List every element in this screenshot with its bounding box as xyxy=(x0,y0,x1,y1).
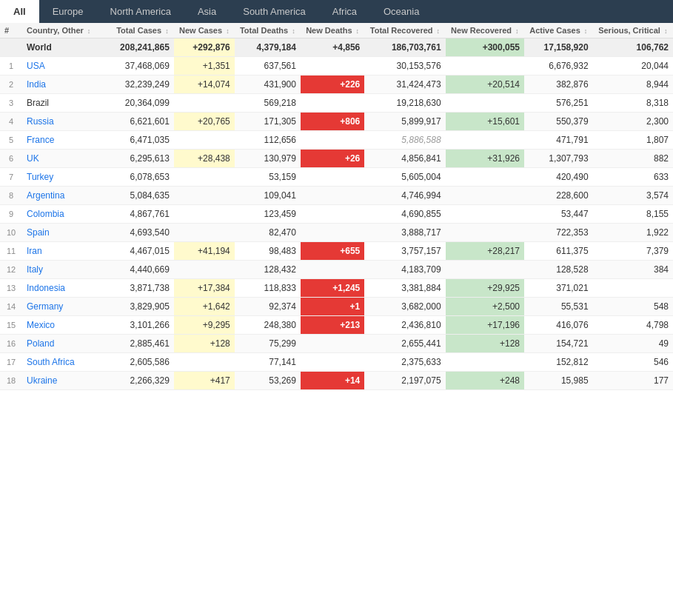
col-total-cases[interactable]: Total Cases ↕ xyxy=(111,23,174,38)
row-total-cases: 5,084,635 xyxy=(111,187,174,205)
row-new-recovered: +17,196 xyxy=(446,316,524,335)
row-new-deaths xyxy=(301,131,364,150)
row-country: Russia xyxy=(22,113,111,131)
country-link[interactable]: France xyxy=(27,135,54,145)
row-serious: 20,044 xyxy=(593,57,673,76)
country-link[interactable]: Poland xyxy=(27,338,54,349)
table-row: 6 UK 6,295,613 +28,438 130,979 +26 4,856… xyxy=(0,150,673,168)
country-link[interactable]: UK xyxy=(27,153,39,164)
col-country[interactable]: Country, Other ↕ xyxy=(22,23,111,38)
country-link[interactable]: Iran xyxy=(27,246,42,256)
row-total-deaths: 118,833 xyxy=(235,279,301,298)
row-total-recovered: 5,886,588 xyxy=(364,131,445,150)
country-link[interactable]: India xyxy=(27,79,46,90)
col-new-deaths[interactable]: New Deaths ↕ xyxy=(301,23,364,38)
row-new-recovered: +28,217 xyxy=(446,242,524,261)
row-total-recovered: 3,757,157 xyxy=(364,242,445,261)
world-new-cases: +292,876 xyxy=(174,38,235,57)
row-new-deaths: +213 xyxy=(301,316,364,335)
row-country: Iran xyxy=(22,242,111,261)
row-country: UK xyxy=(22,150,111,168)
table-row: 18 Ukraine 2,266,329 +417 53,269 +14 2,1… xyxy=(0,372,673,390)
row-country: France xyxy=(22,131,111,150)
row-total-deaths: 123,459 xyxy=(235,205,301,224)
tab-asia[interactable]: Asia xyxy=(184,0,230,23)
tab-europe[interactable]: Europe xyxy=(39,0,97,23)
sort-country-icon[interactable]: ↕ xyxy=(87,27,91,35)
sort-active-cases-icon[interactable]: ↕ xyxy=(584,27,588,35)
row-total-deaths: 171,305 xyxy=(235,113,301,131)
table-row: 10 Spain 4,693,540 82,470 3,888,717 722,… xyxy=(0,224,673,242)
row-new-recovered xyxy=(446,57,524,76)
country-link[interactable]: Italy xyxy=(27,264,43,275)
country-link[interactable]: Ukraine xyxy=(27,375,57,386)
covid-table: # Country, Other ↕ Total Cases ↕ New Cas… xyxy=(0,23,673,390)
row-new-cases xyxy=(174,261,235,279)
country-link[interactable]: USA xyxy=(27,61,45,71)
row-total-deaths: 109,041 xyxy=(235,187,301,205)
row-rank: 2 xyxy=(0,76,22,94)
tab-north-america[interactable]: North America xyxy=(97,0,184,23)
col-new-cases[interactable]: New Cases ↕ xyxy=(174,23,235,38)
row-total-cases: 4,867,761 xyxy=(111,205,174,224)
sort-serious-icon[interactable]: ↕ xyxy=(664,27,668,35)
row-new-cases: +17,384 xyxy=(174,279,235,298)
row-serious: 4,798 xyxy=(593,316,673,335)
tab-south-america[interactable]: South America xyxy=(230,0,319,23)
tab-africa[interactable]: Africa xyxy=(319,0,370,23)
row-country: Colombia xyxy=(22,205,111,224)
country-link[interactable]: Indonesia xyxy=(27,283,65,293)
country-link[interactable]: Mexico xyxy=(27,320,55,330)
row-new-cases xyxy=(174,224,235,242)
country-link[interactable]: Argentina xyxy=(27,190,64,201)
row-rank: 12 xyxy=(0,261,22,279)
country-link[interactable]: Russia xyxy=(27,116,54,127)
sort-new-deaths-icon[interactable]: ↕ xyxy=(356,27,360,35)
col-active-cases[interactable]: Active Cases ↕ xyxy=(524,23,593,38)
row-total-deaths: 128,432 xyxy=(235,261,301,279)
row-rank: 1 xyxy=(0,57,22,76)
country-link[interactable]: South Africa xyxy=(27,357,75,367)
country-link[interactable]: Germany xyxy=(27,301,63,312)
country-link[interactable]: Spain xyxy=(27,227,50,238)
sort-total-deaths-icon[interactable]: ↕ xyxy=(292,27,295,35)
sort-new-cases-icon[interactable]: ↕ xyxy=(226,27,230,35)
row-total-recovered: 4,183,709 xyxy=(364,261,445,279)
row-total-deaths: 53,269 xyxy=(235,372,301,390)
row-total-cases: 6,295,613 xyxy=(111,150,174,168)
country-link[interactable]: Colombia xyxy=(27,209,64,219)
row-new-recovered: +2,500 xyxy=(446,298,524,316)
tab-all[interactable]: All xyxy=(0,0,39,23)
row-total-recovered: 5,899,917 xyxy=(364,113,445,131)
col-new-recovered[interactable]: New Recovered ↕ xyxy=(446,23,524,38)
row-serious: 7,379 xyxy=(593,242,673,261)
tab-bar: All Europe North America Asia South Amer… xyxy=(0,0,673,23)
row-new-deaths xyxy=(301,57,364,76)
row-new-recovered xyxy=(446,168,524,187)
row-total-cases: 3,829,905 xyxy=(111,298,174,316)
row-rank: 4 xyxy=(0,113,22,131)
col-serious[interactable]: Serious, Critical ↕ xyxy=(593,23,673,38)
tab-oceania[interactable]: Oceania xyxy=(370,0,432,23)
row-new-cases: +14,074 xyxy=(174,76,235,94)
row-total-cases: 3,101,266 xyxy=(111,316,174,335)
row-new-recovered: +20,514 xyxy=(446,76,524,94)
col-total-deaths[interactable]: Total Deaths ↕ xyxy=(235,23,301,38)
row-serious: 882 xyxy=(593,150,673,168)
row-serious: 3,574 xyxy=(593,187,673,205)
row-new-deaths xyxy=(301,168,364,187)
row-active-cases: 55,531 xyxy=(524,298,593,316)
country-link[interactable]: Turkey xyxy=(27,172,53,182)
sort-total-recovered-icon[interactable]: ↕ xyxy=(437,27,441,35)
row-active-cases: 1,307,793 xyxy=(524,150,593,168)
col-rank: # xyxy=(0,23,22,38)
row-new-cases: +417 xyxy=(174,372,235,390)
sort-total-cases-icon[interactable]: ↕ xyxy=(165,27,169,35)
row-new-recovered: +128 xyxy=(446,335,524,353)
row-total-cases: 4,693,540 xyxy=(111,224,174,242)
row-new-cases: +28,438 xyxy=(174,150,235,168)
sort-new-recovered-icon[interactable]: ↕ xyxy=(515,27,519,35)
col-total-recovered[interactable]: Total Recovered ↕ xyxy=(364,23,445,38)
row-serious: 8,155 xyxy=(593,205,673,224)
row-rank: 8 xyxy=(0,187,22,205)
